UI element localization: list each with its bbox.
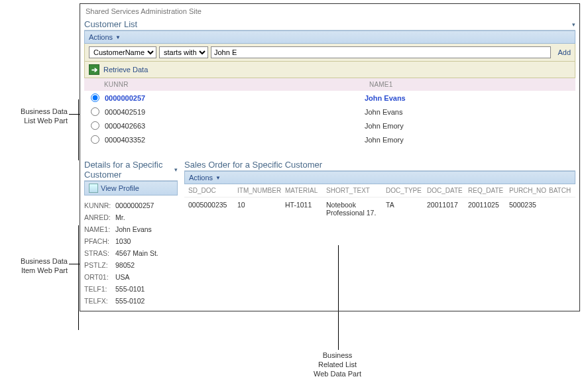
detail-field: STRAS:4567 Main St. bbox=[84, 247, 178, 259]
table-row[interactable]: 0000402519 John Evans bbox=[84, 105, 575, 119]
annotation-bracket bbox=[78, 225, 79, 330]
cell-kunnr: 0000402519 bbox=[105, 108, 365, 116]
detail-field: PFACH:1030 bbox=[84, 235, 178, 247]
detail-field: PSTLZ:98052 bbox=[84, 259, 178, 271]
cell-kunnr: 0000403352 bbox=[105, 136, 365, 144]
detail-key: ORT01: bbox=[84, 273, 113, 281]
chevron-down-icon[interactable]: ▼ bbox=[115, 34, 121, 40]
col-header-kunnr[interactable]: KUNNR bbox=[104, 81, 369, 88]
details-fields: KUNNR:0000000257 ANRED:Mr. NAME1:John Ev… bbox=[84, 195, 178, 307]
view-profile-link[interactable]: View Profile bbox=[101, 184, 139, 192]
table-row[interactable]: 0000402663 John Emory bbox=[84, 119, 575, 133]
so-cell: Notebook Professional 17. bbox=[323, 201, 383, 217]
main-panel: Shared Services Administration Site Cust… bbox=[80, 3, 580, 311]
details-title: Details for a Specific Customer bbox=[84, 160, 174, 180]
detail-field: ANRED:Mr. bbox=[84, 211, 178, 223]
so-col[interactable]: SHORT_TEXT bbox=[323, 187, 383, 194]
sales-order-title-bar: Sales Order for a Specific Customer bbox=[184, 158, 575, 171]
so-data-row[interactable]: 0005000235 10 HT-1011 Notebook Professio… bbox=[184, 197, 575, 220]
filter-add-link[interactable]: Add bbox=[554, 48, 571, 56]
detail-key: TELF1: bbox=[84, 285, 113, 293]
retrieve-icon[interactable]: ➔ bbox=[89, 64, 99, 75]
col-header-name1[interactable]: NAME1 bbox=[369, 81, 571, 88]
lower-container: Details for a Specific Customer ▾ View P… bbox=[84, 158, 575, 307]
detail-value: 1030 bbox=[115, 237, 131, 245]
annotation-bd-item: Business DataItem Web Part bbox=[4, 257, 68, 276]
so-cell: 0005000235 bbox=[186, 201, 235, 217]
cell-name1: John Evans bbox=[365, 94, 571, 102]
row-radio[interactable] bbox=[91, 93, 99, 102]
detail-key: ANRED: bbox=[84, 213, 113, 221]
details-menu-icon[interactable]: ▾ bbox=[174, 166, 178, 173]
details-title-bar: Details for a Specific Customer ▾ bbox=[84, 158, 178, 181]
detail-value: Mr. bbox=[115, 213, 125, 221]
so-cell: 20011025 bbox=[465, 201, 506, 217]
cell-name1: John Evans bbox=[365, 108, 571, 116]
so-col[interactable]: SD_DOC bbox=[186, 187, 235, 194]
cell-name1: John Emory bbox=[365, 122, 571, 130]
so-cell bbox=[546, 201, 574, 217]
detail-key: STRAS: bbox=[84, 249, 113, 257]
detail-field: TELF1:555-0101 bbox=[84, 283, 178, 295]
detail-key: NAME1: bbox=[84, 225, 113, 233]
detail-field: TELFX:555-0102 bbox=[84, 295, 178, 307]
site-title: Shared Services Administration Site bbox=[84, 6, 575, 18]
so-cell: 20011017 bbox=[424, 201, 465, 217]
customer-list-actions-bar: Actions ▼ bbox=[84, 30, 575, 44]
customer-list-menu-icon[interactable]: ▾ bbox=[572, 21, 575, 28]
retrieve-data-link[interactable]: Retrieve Data bbox=[103, 66, 148, 74]
table-row[interactable]: 0000403352 John Emory bbox=[84, 133, 575, 146]
annotation-bracket bbox=[78, 99, 79, 160]
sales-order-web-part: Sales Order for a Specific Customer Acti… bbox=[184, 158, 575, 307]
so-col[interactable]: DOC_DATE bbox=[424, 187, 465, 194]
detail-value: 4567 Main St. bbox=[115, 249, 158, 257]
actions-menu[interactable]: Actions bbox=[89, 33, 113, 41]
cell-kunnr: 0000402663 bbox=[105, 122, 365, 130]
detail-value: 0000000257 bbox=[115, 201, 154, 209]
detail-field: KUNNR:0000000257 bbox=[84, 199, 178, 211]
so-col[interactable]: MATERIAL bbox=[282, 187, 323, 194]
customer-grid-header: KUNNR NAME1 bbox=[84, 78, 575, 91]
sales-order-actions-bar: Actions ▼ bbox=[184, 171, 575, 184]
details-web-part: Details for a Specific Customer ▾ View P… bbox=[84, 158, 178, 307]
row-radio[interactable] bbox=[91, 135, 99, 144]
detail-value: John Evans bbox=[115, 225, 152, 233]
filter-value-input[interactable] bbox=[211, 46, 551, 58]
row-radio[interactable] bbox=[91, 121, 99, 130]
so-actions-menu[interactable]: Actions bbox=[189, 174, 213, 182]
filter-operator-select[interactable]: starts with bbox=[159, 46, 208, 58]
detail-field: ORT01:USA bbox=[84, 271, 178, 283]
filter-bar: CustomerName starts with Add bbox=[84, 44, 575, 62]
so-cell: TA bbox=[383, 201, 424, 217]
annotation-bd-related: BusinessRelated ListWeb Data Part bbox=[306, 351, 369, 378]
detail-key: TELFX: bbox=[84, 297, 113, 305]
detail-key: PFACH: bbox=[84, 237, 113, 245]
so-col[interactable]: BATCH bbox=[546, 187, 574, 194]
so-col[interactable]: PURCH_NO bbox=[506, 187, 546, 194]
cell-name1: John Emory bbox=[365, 136, 571, 144]
detail-value: USA bbox=[115, 273, 130, 281]
customer-list-title: Customer List bbox=[84, 19, 137, 29]
so-header-row: SD_DOC ITM_NUMBER MATERIAL SHORT_TEXT DO… bbox=[184, 184, 575, 197]
so-col[interactable]: DOC_TYPE bbox=[383, 187, 424, 194]
so-col[interactable]: REQ_DATE bbox=[465, 187, 506, 194]
cell-kunnr[interactable]: 0000000257 bbox=[105, 94, 365, 102]
filter-field-select[interactable]: CustomerName bbox=[89, 46, 156, 58]
row-radio[interactable] bbox=[91, 107, 99, 116]
table-row[interactable]: 0000000257 John Evans bbox=[84, 91, 575, 105]
so-cell: 10 bbox=[235, 201, 282, 217]
detail-value: 555-0102 bbox=[115, 297, 145, 305]
profile-icon bbox=[89, 184, 98, 193]
sales-order-title: Sales Order for a Specific Customer bbox=[184, 160, 322, 170]
detail-key: KUNNR: bbox=[84, 201, 113, 209]
annotation-bd-list: Business DataList Web Part bbox=[4, 107, 68, 126]
detail-key: PSTLZ: bbox=[84, 261, 113, 269]
so-cell: HT-1011 bbox=[282, 201, 323, 217]
view-profile-bar: View Profile bbox=[84, 181, 178, 195]
chevron-down-icon[interactable]: ▼ bbox=[215, 175, 221, 181]
detail-value: 98052 bbox=[115, 261, 135, 269]
so-col[interactable]: ITM_NUMBER bbox=[235, 187, 282, 194]
detail-value: 555-0101 bbox=[115, 285, 145, 293]
so-cell: 5000235 bbox=[506, 201, 546, 217]
customer-list-title-bar: Customer List ▾ bbox=[84, 18, 575, 30]
